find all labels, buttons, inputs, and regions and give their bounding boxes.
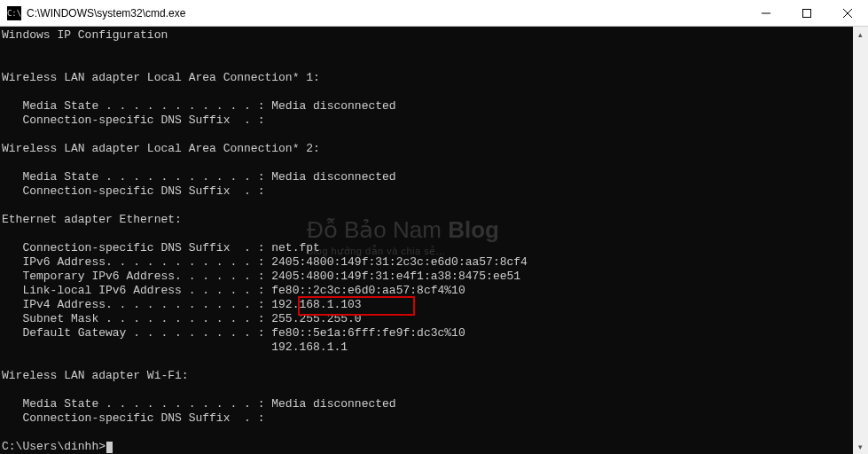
terminal-output[interactable]: Windows IP Configuration Wireless LAN ad…: [0, 27, 868, 454]
terminal-line: Media State . . . . . . . . . . . : Medi…: [2, 397, 868, 411]
terminal-line: [2, 156, 868, 170]
terminal-line: Connection-specific DNS Suffix . :: [2, 184, 868, 199]
terminal-line: Connection-specific DNS Suffix . :: [2, 411, 868, 426]
close-icon: [843, 9, 852, 18]
terminal-line: Connection-specific DNS Suffix . :: [2, 114, 868, 128]
cmd-icon: C:\: [7, 6, 21, 20]
terminal-line: [2, 128, 868, 142]
scrollbar-down-icon[interactable]: ▾: [853, 439, 868, 454]
window-title: C:\WINDOWS\system32\cmd.exe: [27, 7, 746, 20]
terminal-line: Wireless LAN adapter Local Area Connecti…: [2, 142, 868, 156]
terminal-line: Wireless LAN adapter Wi-Fi:: [2, 369, 868, 383]
terminal-line: IPv6 Address. . . . . . . . . . . : 2405…: [2, 255, 868, 270]
scrollbar-up-icon[interactable]: ▴: [853, 27, 868, 42]
cmd-window: C:\ C:\WINDOWS\system32\cmd.exe Windows …: [0, 0, 868, 454]
terminal-line: C:\Users\dinhh>: [2, 440, 868, 454]
minimize-icon: [762, 9, 770, 18]
terminal-line: [2, 355, 868, 369]
scrollbar[interactable]: ▴ ▾: [853, 27, 868, 454]
close-button[interactable]: [827, 0, 868, 26]
window-controls: [746, 0, 868, 26]
titlebar[interactable]: C:\ C:\WINDOWS\system32\cmd.exe: [0, 0, 868, 27]
terminal-line: Subnet Mask . . . . . . . . . . . : 255.…: [2, 312, 868, 326]
terminal-line: Media State . . . . . . . . . . . : Medi…: [2, 170, 868, 184]
terminal-line: [2, 85, 868, 99]
terminal-line: [2, 199, 868, 213]
terminal-line: [2, 426, 868, 440]
terminal-line: Default Gateway . . . . . . . . . : fe80…: [2, 326, 868, 340]
svg-rect-1: [803, 9, 811, 17]
terminal-line: Windows IP Configuration: [2, 28, 868, 43]
terminal-line: [2, 383, 868, 397]
terminal-line: 192.168.1.1: [2, 340, 868, 355]
cursor: [106, 442, 113, 453]
terminal-line: [2, 43, 868, 57]
terminal-line: Ethernet adapter Ethernet:: [2, 213, 868, 227]
terminal-line: Connection-specific DNS Suffix . : net.f…: [2, 241, 868, 255]
terminal-line: Media State . . . . . . . . . . . : Medi…: [2, 99, 868, 114]
maximize-icon: [802, 9, 811, 18]
maximize-button[interactable]: [786, 0, 827, 26]
terminal-line: Temporary IPv6 Address. . . . . . : 2405…: [2, 270, 868, 284]
terminal-line: Link-local IPv6 Address . . . . . : fe80…: [2, 284, 868, 298]
terminal-line: IPv4 Address. . . . . . . . . . . : 192.…: [2, 298, 868, 312]
terminal-line: [2, 57, 868, 71]
terminal-line: Wireless LAN adapter Local Area Connecti…: [2, 71, 868, 85]
terminal-line: [2, 227, 868, 241]
minimize-button[interactable]: [746, 0, 786, 26]
